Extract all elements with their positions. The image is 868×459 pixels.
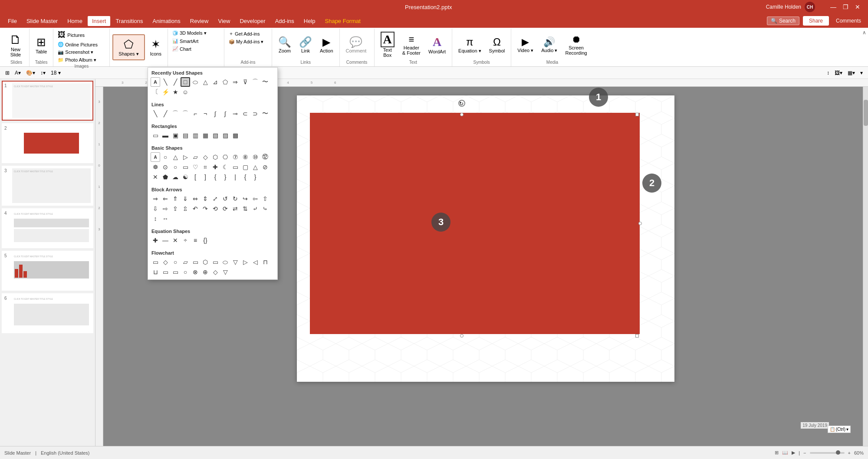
handle-bottom-right[interactable]	[635, 334, 639, 338]
basic-32[interactable]: }	[220, 172, 230, 182]
view-icon-slideshow[interactable]: ▶	[792, 450, 795, 456]
shape-rect-sel[interactable]: □	[181, 77, 190, 87]
3d-models-button[interactable]: 🧊 3D Models ▾	[171, 30, 208, 37]
rect-4[interactable]: ▤	[181, 131, 190, 140]
basic-5[interactable]: ▱	[191, 152, 200, 162]
basic-23[interactable]: △	[250, 162, 260, 172]
fc-19[interactable]: ◇	[210, 267, 220, 277]
slide-thumb-2[interactable]: 2	[2, 123, 93, 163]
line-7[interactable]: ∫	[210, 109, 220, 118]
rect-7[interactable]: ▧	[210, 131, 220, 140]
ba-18[interactable]: ↷	[201, 204, 210, 213]
basic-2[interactable]: ○	[161, 152, 170, 162]
basic-34[interactable]: {	[240, 172, 250, 182]
photo-album-button[interactable]: 📁 Photo Album ▾	[56, 56, 98, 64]
line-6[interactable]: ¬	[201, 109, 210, 118]
ba-17[interactable]: ↶	[191, 204, 200, 213]
red-rectangle[interactable]	[310, 113, 640, 334]
ba-9[interactable]: ↻	[230, 194, 240, 203]
basic-28[interactable]: ☯	[181, 172, 190, 182]
fc-12[interactable]: ⊓	[260, 257, 270, 267]
ba-4[interactable]: ⇓	[181, 194, 190, 203]
basic-19[interactable]: ✚	[210, 162, 220, 172]
eq-1[interactable]: ✚	[151, 236, 160, 245]
fc-6[interactable]: ⬡	[201, 257, 210, 267]
ba-1[interactable]: ⇒	[151, 194, 160, 203]
icons-button[interactable]: ✶ Icons	[147, 34, 165, 60]
ba-11[interactable]: ⇦	[250, 194, 260, 203]
new-slide-button[interactable]: 🗋 NewSlide	[6, 31, 25, 59]
menu-view[interactable]: View	[214, 16, 234, 26]
fc-18[interactable]: ⊕	[201, 267, 210, 277]
fc-1[interactable]: ▭	[151, 257, 160, 267]
line-10[interactable]: ⊂	[240, 109, 250, 118]
line-2[interactable]: ╱	[161, 109, 170, 118]
ba-20[interactable]: ⟳	[220, 204, 230, 213]
ba-2[interactable]: ⇐	[161, 194, 170, 203]
maximize-button[interactable]: ❐	[839, 1, 852, 13]
fc-17[interactable]: ⊗	[191, 267, 200, 277]
menu-animations[interactable]: Animations	[148, 16, 185, 26]
shape-smiley[interactable]: ☺	[181, 87, 190, 97]
menu-review[interactable]: Review	[186, 16, 213, 26]
ba-24[interactable]: ⤷	[260, 204, 270, 213]
ba-8[interactable]: ↺	[220, 194, 230, 203]
shape-pentagon[interactable]: ⬠	[220, 77, 230, 87]
ba-12[interactable]: ⇧	[260, 194, 270, 203]
header-footer-button[interactable]: ≡ Header& Footer	[399, 32, 424, 58]
shape-ellipse[interactable]: ⬭	[191, 77, 200, 87]
slide-thumb-5[interactable]: 5 CLICK TO EDIT MASTER TITLE STYLE	[2, 251, 93, 291]
shape-brace[interactable]: 〔	[151, 87, 160, 97]
share-button[interactable]: Share	[803, 16, 829, 26]
pictures-button[interactable]: 🖼 Pictures	[56, 30, 86, 40]
basic-35[interactable]: }	[250, 172, 260, 182]
zoom-button[interactable]: 🔍 Zoom	[275, 32, 295, 58]
basic-26[interactable]: ⬟	[161, 172, 170, 182]
eq-2[interactable]: —	[161, 236, 170, 245]
my-addins-button[interactable]: 📦 My Add-ins ▾	[227, 38, 265, 46]
basic-18[interactable]: ⌗	[201, 162, 210, 172]
ba-5[interactable]: ⇔	[191, 194, 200, 203]
search-box[interactable]: 🔍 Search	[767, 16, 799, 25]
get-addins-button[interactable]: ＋ Get Add-ins	[227, 30, 261, 38]
shape-rt-triangle[interactable]: ⊿	[210, 77, 220, 87]
ba-16[interactable]: ⇫	[181, 204, 190, 213]
line-1[interactable]: ╲	[151, 109, 160, 118]
toolbar-right-3[interactable]: ▦▾	[846, 69, 857, 77]
slide-thumb-3[interactable]: 3 CLICK TO EDIT MASTER TITLE STYLE	[2, 166, 93, 206]
screen-recording-button[interactable]: ⏺ ScreenRecording	[562, 32, 590, 58]
eq-4[interactable]: ÷	[181, 236, 190, 245]
basic-25[interactable]: ✕	[151, 172, 160, 182]
line-3[interactable]: ⌒	[171, 109, 180, 118]
toolbar-right-4[interactable]: ▾	[858, 69, 865, 77]
fc-9[interactable]: ▽	[230, 257, 240, 267]
line-8[interactable]: ∫	[220, 109, 230, 118]
menu-file[interactable]: File	[3, 16, 21, 26]
basic-22[interactable]: ▢	[240, 162, 250, 172]
zoom-plus[interactable]: +	[848, 450, 851, 456]
basic-8[interactable]: ⎔	[220, 152, 230, 162]
shape-lightning[interactable]: ⚡	[161, 87, 170, 97]
line-9[interactable]: ⊸	[230, 109, 240, 118]
menu-addins[interactable]: Add-ins	[271, 16, 299, 26]
user-avatar[interactable]: CH	[805, 2, 815, 12]
toolbar-layout-btn[interactable]: ⊞	[3, 69, 11, 77]
basic-29[interactable]: [	[191, 172, 200, 182]
chart-button[interactable]: 📈 Chart	[171, 45, 193, 52]
action-button[interactable]: ▶ Action	[316, 32, 337, 58]
ribbon-collapse-button[interactable]: ∧	[862, 30, 866, 36]
toolbar-theme-btn[interactable]: A▾	[13, 69, 23, 77]
rect-3[interactable]: ▣	[171, 131, 180, 140]
menu-shape-format[interactable]: Shape Format	[321, 16, 365, 26]
zoom-level[interactable]: 60%	[854, 450, 864, 456]
rect-1[interactable]: ▭	[151, 131, 160, 140]
minimize-button[interactable]: —	[827, 1, 839, 13]
ba-23[interactable]: ⤶	[250, 204, 260, 213]
comments-button[interactable]: Comments	[832, 16, 865, 26]
ba-21[interactable]: ⇄	[230, 204, 240, 213]
shape-arrow-r[interactable]: ⇒	[230, 77, 240, 87]
basic-15[interactable]: ○	[171, 162, 180, 172]
textbox-button[interactable]: A TextBox	[377, 30, 398, 59]
rect-5[interactable]: ▥	[191, 131, 200, 140]
basic-20[interactable]: ☾	[220, 162, 230, 172]
